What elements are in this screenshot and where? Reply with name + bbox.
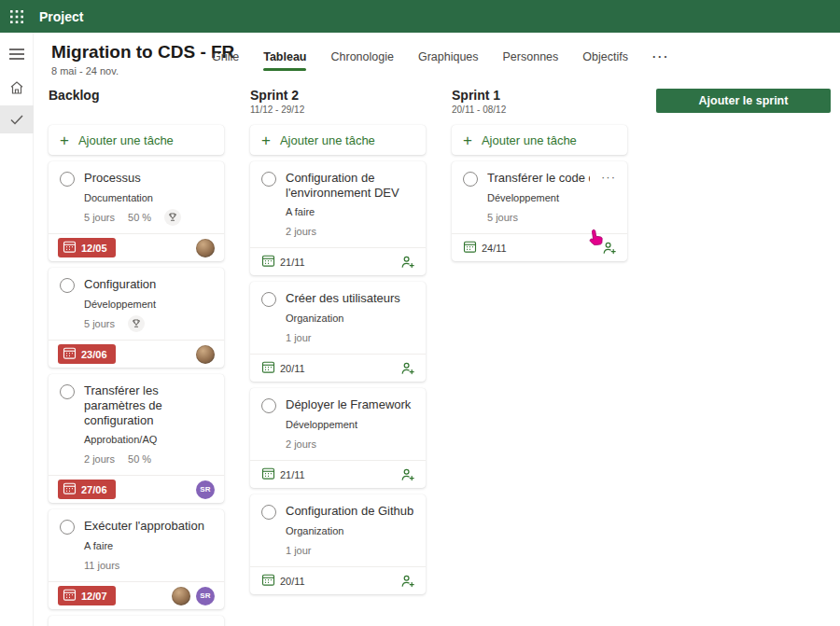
plus-icon: +: [463, 132, 472, 148]
calendar-icon: [63, 240, 77, 256]
task-title: Exécuter l'approbation: [84, 519, 213, 534]
due-date-text: 21/11: [280, 469, 305, 480]
person-add-icon[interactable]: [399, 573, 416, 590]
tab-graphiques[interactable]: Graphiques: [418, 50, 479, 67]
due-date-text: 20/11: [280, 576, 305, 587]
task-title-row: Configuration de l'environnement DEV: [261, 171, 414, 201]
task-title: Processus: [84, 171, 213, 186]
add-task-button[interactable]: +Ajouter une tâche: [250, 125, 426, 155]
task-card[interactable]: Configuration de l'environnement DEVA fa…: [250, 161, 426, 275]
tabs-overflow-icon[interactable]: ···: [652, 50, 670, 67]
due-date-badge: 20/11: [259, 360, 305, 376]
calendar-icon: [261, 360, 275, 376]
task-card-footer: 27/06SR: [49, 475, 224, 503]
task-card[interactable]: Exécuter l'approbationA faire11 jours12/…: [49, 509, 224, 609]
task-card-body: Configuration de GithubOrganization1 jou…: [250, 494, 426, 566]
tab-personnes[interactable]: Personnes: [503, 50, 559, 67]
column-date-range: 20/11 - 08/12: [452, 104, 627, 118]
task-complete-checkbox[interactable]: [60, 520, 75, 535]
board-column-backlog: Backlog+Ajouter une tâcheProcessusDocume…: [49, 88, 224, 626]
home-icon[interactable]: [0, 74, 34, 102]
due-date-text: 24/11: [482, 243, 507, 254]
avatar: [196, 345, 215, 364]
add-sprint-button[interactable]: Ajouter le sprint: [656, 89, 831, 113]
tab-objectifs[interactable]: Objectifs: [582, 50, 628, 67]
task-card[interactable]: ProcessusDocumentation5 jours50 %12/05: [49, 161, 224, 261]
task-bucket-label: Approbation/AQ: [84, 434, 213, 445]
tab-grille[interactable]: Grille: [212, 50, 239, 67]
calendar-icon: [261, 573, 275, 589]
task-bucket-label: Documentation: [84, 192, 213, 203]
task-complete-checkbox[interactable]: [60, 278, 75, 293]
task-card[interactable]: Transférer le code du prototype···Dévelo…: [452, 161, 627, 261]
board-column-sprint-2: Sprint 211/12 - 29/12+Ajouter une tâcheC…: [250, 88, 426, 626]
due-date-text: 12/05: [81, 243, 107, 254]
add-task-label: Ajouter une tâche: [78, 133, 174, 147]
task-title: Configuration de l'environnement DEV: [286, 171, 414, 201]
top-app-bar: Project: [0, 0, 840, 33]
assignee-group: [399, 466, 416, 483]
page-header: Migration to CDS - FR 8 mai - 24 nov. Gr…: [34, 33, 840, 82]
task-bucket-label: Organization: [286, 313, 414, 324]
person-add-icon[interactable]: [399, 360, 416, 377]
task-meta-row: 1 jour: [286, 542, 414, 559]
assignee-group: [196, 239, 215, 257]
person-add-icon[interactable]: [399, 466, 416, 483]
column-header: Sprint 120/11 - 08/12: [452, 88, 627, 125]
task-bucket-label: A faire: [84, 540, 213, 551]
task-complete-checkbox[interactable]: [261, 172, 276, 187]
person-add-icon[interactable]: [399, 254, 416, 271]
task-complete-checkbox[interactable]: [60, 384, 75, 399]
task-card[interactable]: ConfigurationDéveloppement5 jours23/06: [49, 268, 224, 368]
task-duration: 5 jours: [84, 318, 115, 329]
tab-tableau[interactable]: Tableau: [263, 50, 306, 67]
task-complete-checkbox[interactable]: [261, 292, 276, 307]
app-launcher-icon[interactable]: [0, 0, 34, 33]
tasks-check-icon[interactable]: [0, 105, 34, 133]
task-card[interactable]: Transférer les paramètres de configurati…: [49, 374, 224, 503]
avatar: [172, 587, 190, 605]
task-card-footer: 21/11: [250, 460, 426, 488]
task-complete-checkbox[interactable]: [463, 172, 478, 187]
page-title: Migration to CDS - FR: [51, 42, 234, 63]
add-task-label: Ajouter une tâche: [482, 133, 577, 147]
view-tabs: GrilleTableauChronologieGraphiquesPerson…: [212, 50, 669, 67]
task-card-footer: 21/11: [250, 247, 426, 275]
due-date-badge: 12/05: [58, 238, 116, 257]
task-bucket-label: Développement: [84, 299, 213, 310]
calendar-icon: [63, 346, 77, 362]
tab-chronologie[interactable]: Chronologie: [330, 50, 393, 67]
person-add-icon[interactable]: [601, 240, 618, 257]
due-date-badge: 21/11: [259, 466, 305, 482]
task-card[interactable]: Déployer le FrameworkDéveloppement2 jour…: [250, 388, 426, 488]
task-card-footer: 12/05: [49, 233, 224, 261]
task-meta-row: 11 jours: [84, 557, 213, 574]
task-bucket-label: Développement: [487, 192, 616, 203]
task-duration: 11 jours: [84, 560, 119, 571]
app-name: Project: [39, 9, 83, 24]
trophy-icon: [164, 209, 181, 226]
column-name: Sprint 2: [250, 88, 426, 104]
task-complete-checkbox[interactable]: [261, 505, 276, 520]
task-card-body: Exécuter l'approbationA faire11 jours: [49, 509, 224, 581]
card-more-menu-icon[interactable]: ···: [599, 171, 616, 184]
plus-icon: +: [261, 132, 271, 148]
task-card-body: Créer des utilisateursOrganization1 jour: [250, 282, 426, 354]
hamburger-menu-icon[interactable]: [0, 40, 34, 68]
due-date-text: 21/11: [280, 257, 305, 268]
due-date-text: 12/07: [81, 591, 107, 602]
task-title: Déployer le Framework: [286, 397, 414, 412]
task-complete-checkbox[interactable]: [261, 398, 276, 413]
task-card[interactable]: Configuration de GithubOrganization1 jou…: [250, 494, 426, 594]
task-complete-checkbox[interactable]: [60, 172, 75, 187]
task-card[interactable]: Créer des utilisateursOrganization1 jour…: [250, 282, 426, 382]
task-meta-row: 2 jours50 %: [84, 451, 213, 467]
task-title-row: Transférer le code du prototype···: [463, 171, 616, 187]
calendar-icon: [63, 481, 77, 497]
column-name: Sprint 1: [452, 88, 627, 104]
task-card[interactable]: Approbation completApprobation/AQ0 jours…: [49, 616, 224, 626]
add-task-button[interactable]: +Ajouter une tâche: [452, 125, 627, 155]
task-title: Transférer les paramètres de configurati…: [84, 383, 213, 428]
project-date-range: 8 mai - 24 nov.: [51, 65, 119, 77]
add-task-button[interactable]: +Ajouter une tâche: [49, 125, 224, 155]
